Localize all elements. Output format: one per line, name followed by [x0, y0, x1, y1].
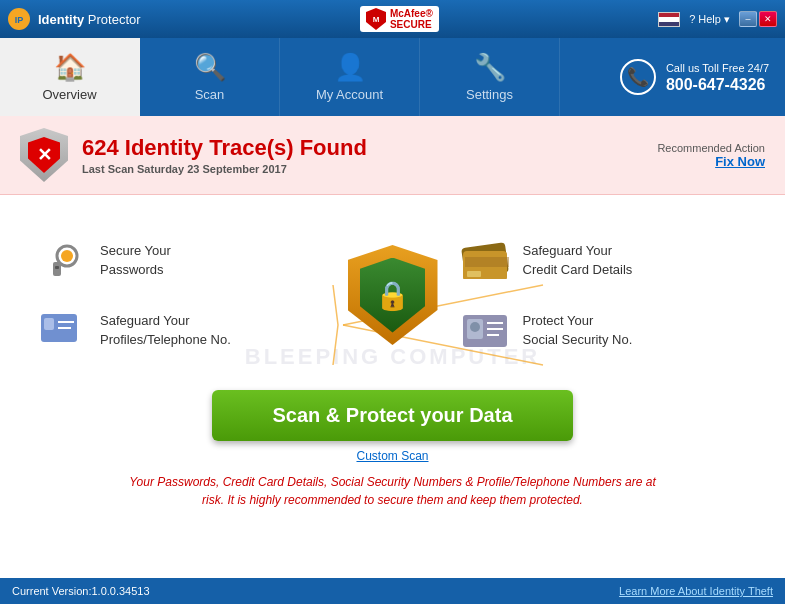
phone-tagline: Call us Toll Free 24/7: [666, 60, 769, 77]
features-right: Safeguard YourCredit Card Details Protec…: [453, 227, 756, 363]
nav-scan-label: Scan: [195, 87, 225, 102]
status-bar: Current Version:1.0.0.34513 Learn More A…: [0, 578, 785, 604]
feature-passwords: Secure YourPasswords: [30, 227, 333, 293]
svg-text:IP: IP: [15, 15, 24, 25]
svg-line-11: [333, 285, 338, 325]
lock-icon: 🔒: [375, 279, 410, 312]
scan-protect-button[interactable]: Scan & Protect your Data: [212, 390, 572, 441]
mcafee-logo-area: M McAfee® SECURE: [360, 6, 439, 32]
svg-rect-8: [44, 318, 54, 330]
center-shield: 🔒: [333, 245, 453, 345]
svg-line-12: [333, 325, 338, 365]
passwords-icon: [38, 235, 88, 285]
svg-rect-6: [55, 266, 59, 269]
svg-rect-17: [465, 257, 509, 267]
warning-emphasis: risk. It is highly recommended to secure…: [202, 493, 583, 507]
alert-right: Recommended Action Fix Now: [657, 142, 765, 169]
phone-number: 800-647-4326: [666, 76, 769, 94]
svg-point-4: [61, 250, 73, 262]
main-shield-inner: 🔒: [360, 258, 425, 333]
main-shield-outer: 🔒: [348, 245, 438, 345]
feature-creditcard-text: Safeguard YourCredit Card Details: [523, 241, 633, 280]
feature-profiles-text: Safeguard YourProfiles/Telephone No.: [100, 311, 231, 350]
fix-now-button[interactable]: Fix Now: [657, 154, 765, 169]
title-bar-left: IP Identity Protector: [8, 8, 141, 30]
features-left: Secure YourPasswords Safeguard YourProfi…: [30, 227, 333, 363]
alert-title: 624 Identity Trace(s) Found: [82, 135, 367, 161]
app-title: Identity Protector: [38, 12, 141, 27]
help-button[interactable]: ? Help ▾: [684, 11, 735, 28]
nav-account-label: My Account: [316, 87, 383, 102]
learn-more-link[interactable]: Learn More About Identity Theft: [619, 585, 773, 597]
mcafee-text: McAfee® SECURE: [390, 8, 433, 30]
svg-text:M: M: [373, 15, 380, 24]
alert-left: ✕ 624 Identity Trace(s) Found Last Scan …: [20, 128, 367, 182]
scan-icon: 🔍: [194, 52, 226, 83]
home-icon: 🏠: [54, 52, 86, 83]
nav-overview[interactable]: 🏠 Overview: [0, 38, 140, 116]
account-icon: 👤: [334, 52, 366, 83]
alert-sub: Last Scan Saturday 23 September 2017: [82, 163, 367, 175]
window-controls: – ✕: [739, 11, 777, 27]
main-content: BLEEPING COMPUTER Secure YourPasswords: [0, 195, 785, 519]
app-logo: IP: [8, 8, 30, 30]
title-bar-controls: ? Help ▾ – ✕: [658, 11, 777, 28]
alert-bar: ✕ 624 Identity Trace(s) Found Last Scan …: [0, 116, 785, 195]
nav-scan[interactable]: 🔍 Scan: [140, 38, 280, 116]
phone-section: 📞 Call us Toll Free 24/7 800-647-4326: [604, 38, 785, 116]
settings-icon: 🔧: [474, 52, 506, 83]
nav-my-account[interactable]: 👤 My Account: [280, 38, 420, 116]
title-bar: IP Identity Protector M McAfee® SECURE ?…: [0, 0, 785, 38]
creditcard-icon: [461, 235, 511, 285]
warning-text: Your Passwords, Credit Card Details, Soc…: [30, 473, 755, 509]
profiles-icon: [38, 305, 88, 355]
nav-settings[interactable]: 🔧 Settings: [420, 38, 560, 116]
version-label: Current Version:1.0.0.34513: [12, 585, 150, 597]
alert-shield: ✕: [20, 128, 68, 182]
nav-overview-label: Overview: [42, 87, 96, 102]
feature-creditcard: Safeguard YourCredit Card Details: [453, 227, 756, 293]
feature-profiles: Safeguard YourProfiles/Telephone No.: [30, 297, 333, 363]
x-icon: ✕: [37, 144, 52, 166]
scan-button-area: Scan & Protect your Data Custom Scan: [30, 390, 755, 463]
flag-icon: [658, 12, 680, 27]
feature-ssn-text: Protect YourSocial Security No.: [523, 311, 633, 350]
feature-ssn: Protect YourSocial Security No.: [453, 297, 756, 363]
feature-passwords-text: Secure YourPasswords: [100, 241, 171, 280]
svg-rect-18: [467, 271, 481, 277]
recommended-label: Recommended Action: [657, 142, 765, 154]
minimize-button[interactable]: –: [739, 11, 757, 27]
warning-text-1: Your Passwords, Credit Card Details, Soc…: [129, 475, 655, 489]
ssn-icon: [461, 305, 511, 355]
nav-bar: 🏠 Overview 🔍 Scan 👤 My Account 🔧 Setting…: [0, 38, 785, 116]
nav-settings-label: Settings: [466, 87, 513, 102]
features-row: Secure YourPasswords Safeguard YourProfi…: [30, 215, 755, 375]
svg-point-21: [470, 322, 480, 332]
custom-scan-link[interactable]: Custom Scan: [30, 449, 755, 463]
close-button[interactable]: ✕: [759, 11, 777, 27]
warning-text-2: risk. It is highly recommended to secure…: [202, 493, 583, 507]
phone-icon: 📞: [620, 59, 656, 95]
